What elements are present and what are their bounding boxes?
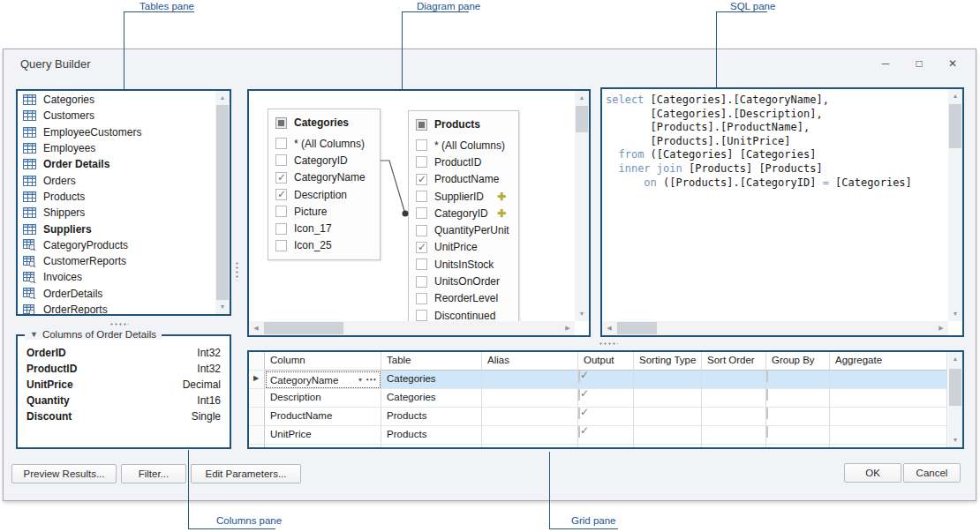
scroll-thumb[interactable] (216, 105, 229, 300)
column-checkbox[interactable] (275, 138, 287, 149)
diagram-table-header[interactable]: Categories (268, 109, 380, 132)
sql-vscrollbar[interactable]: ▲ ▼ (948, 89, 962, 321)
tables-list-item[interactable]: Order Details (18, 156, 215, 172)
grid-cell-aggregate[interactable] (830, 371, 947, 389)
tables-list-item[interactable]: Invoices (18, 269, 215, 285)
diagram-column-row[interactable]: UnitPrice (409, 239, 518, 256)
ellipsis-button[interactable]: ⋯ (366, 373, 377, 386)
scroll-down-icon[interactable]: ▼ (575, 307, 589, 321)
dropdown-arrow-icon[interactable]: ▾ (358, 376, 362, 384)
column-checkbox[interactable] (416, 242, 427, 253)
table-select-checkbox[interactable] (416, 119, 427, 131)
grid-cell-column[interactable]: CategoryName▾⋯ (265, 371, 381, 389)
sql-text[interactable]: select [Categories].[CategoryName], [Cat… (606, 94, 946, 190)
grid-cell-empty[interactable] (578, 445, 634, 447)
tables-list-item[interactable]: Orders (18, 172, 215, 188)
grid-cell-sorting-type[interactable] (634, 408, 702, 426)
grid-header-group-by[interactable]: Group By (766, 352, 830, 371)
grid-cell-table[interactable]: Categories (381, 389, 482, 408)
tables-scrollbar[interactable]: ▲ ▼ (215, 91, 230, 314)
grid-row[interactable]: ProductNameProducts (249, 408, 948, 426)
diagram-column-row[interactable]: UnitsInStock (409, 256, 518, 273)
scroll-left-icon[interactable]: ◀ (602, 321, 616, 335)
scroll-thumb[interactable] (576, 106, 588, 132)
grid-scrollbar[interactable]: ▲ ▼ (948, 352, 962, 447)
diagram-column-row[interactable]: QuantityPerUnit (409, 221, 518, 238)
scroll-right-icon[interactable]: ▶ (561, 321, 575, 335)
scroll-up-icon[interactable]: ▲ (575, 91, 589, 105)
scroll-right-icon[interactable]: ▶ (934, 321, 948, 335)
table-select-checkbox[interactable] (275, 117, 287, 129)
grid-header-sorting-type[interactable]: Sorting Type (634, 352, 702, 371)
column-checkbox[interactable] (416, 259, 427, 270)
diagram-table-categories[interactable]: Categories* (All Columns)CategoryIDCateg… (268, 109, 381, 260)
join-plus-icon[interactable]: ✚ (497, 191, 506, 202)
grid-header-output[interactable]: Output (578, 352, 634, 371)
diagram-column-row[interactable]: UnitsOnOrder (409, 273, 518, 289)
sql-pane[interactable]: select [Categories].[CategoryName], [Cat… (600, 87, 964, 337)
column-checkbox[interactable] (416, 191, 427, 202)
grid-row[interactable]: UnitPriceProducts (249, 426, 948, 445)
grid-cell-sorting-type[interactable] (634, 426, 702, 445)
preview-results-button[interactable]: Preview Results... (11, 464, 117, 483)
grid-cell-output[interactable] (578, 389, 634, 408)
sql-hscrollbar[interactable]: ◀ ▶ (602, 321, 948, 335)
column-checkbox[interactable] (416, 276, 427, 288)
grid-row[interactable]: DescriptionCategories (249, 389, 948, 408)
tables-list-item[interactable]: Categories (18, 92, 215, 108)
column-checkbox[interactable] (416, 139, 427, 151)
grid-cell-table[interactable]: Categories (381, 371, 482, 389)
edit-parameters-button[interactable]: Edit Parameters... (191, 464, 301, 483)
grid-cell-empty[interactable] (634, 445, 702, 447)
diagram-column-row[interactable]: Picture (268, 203, 380, 220)
tables-list-item[interactable]: Products (18, 189, 215, 205)
grid-cell-sort-order[interactable] (702, 371, 766, 389)
group-by-checkbox[interactable] (766, 408, 768, 419)
grid-header-table[interactable]: Table (381, 352, 482, 371)
group-by-checkbox[interactable] (766, 371, 768, 382)
grid-cell-alias[interactable] (482, 426, 578, 445)
scroll-up-icon[interactable]: ▲ (948, 352, 962, 366)
diagram-column-row[interactable]: CategoryID (268, 152, 380, 169)
grid-cell-group-by[interactable] (766, 426, 830, 445)
columns-pane-header[interactable]: ▼ Columns of Order Details (25, 329, 162, 340)
grid-header-alias[interactable]: Alias (482, 352, 578, 371)
scroll-down-icon[interactable]: ▼ (948, 307, 962, 321)
column-checkbox[interactable] (275, 206, 287, 217)
grid-cell-table[interactable]: Products (381, 408, 482, 426)
grid-cell-empty[interactable] (830, 445, 947, 447)
scroll-left-icon[interactable]: ◀ (249, 321, 263, 335)
collapse-arrow-icon[interactable]: ▼ (30, 330, 38, 339)
tables-list-item[interactable]: Shippers (18, 205, 215, 221)
column-checkbox[interactable] (275, 223, 287, 235)
diagram-table-header[interactable]: Products (409, 111, 518, 134)
grid-cell-group-by[interactable] (766, 408, 830, 426)
grid-cell-empty[interactable] (482, 445, 578, 447)
diagram-column-row[interactable]: CategoryID✚ (409, 205, 518, 221)
diagram-column-row[interactable]: Icon_25 (268, 237, 380, 254)
minimize-button[interactable]: ─ (875, 55, 896, 72)
grid-header-aggregate[interactable]: Aggregate (830, 352, 947, 371)
scroll-thumb[interactable] (949, 369, 961, 406)
grid-cell-empty[interactable] (265, 445, 381, 447)
scroll-up-icon[interactable]: ▲ (215, 91, 230, 105)
grid-cell-empty[interactable] (766, 445, 830, 447)
diagram-column-row[interactable]: ProductName (409, 171, 518, 188)
grid-new-row[interactable]: * (249, 445, 948, 447)
scroll-thumb[interactable] (264, 322, 343, 334)
ok-button[interactable]: OK (844, 463, 901, 483)
group-by-checkbox[interactable] (766, 389, 768, 401)
output-checkbox[interactable] (578, 371, 580, 382)
grid-cell-sorting-type[interactable] (634, 389, 702, 408)
diagram-vscrollbar[interactable]: ▲ ▼ (575, 91, 589, 321)
filter-button[interactable]: Filter... (121, 464, 186, 483)
grid-header-column[interactable]: Column (265, 352, 381, 371)
diagram-column-row[interactable]: Description (268, 186, 380, 203)
grid-cell-sorting-type[interactable] (634, 371, 702, 389)
output-checkbox[interactable] (578, 426, 580, 438)
grid-cell-sort-order[interactable] (702, 426, 766, 445)
scroll-thumb[interactable] (617, 322, 657, 334)
column-checkbox[interactable] (416, 293, 427, 304)
grid-cell-output[interactable] (578, 371, 634, 389)
grid-cell-aggregate[interactable] (830, 408, 947, 426)
